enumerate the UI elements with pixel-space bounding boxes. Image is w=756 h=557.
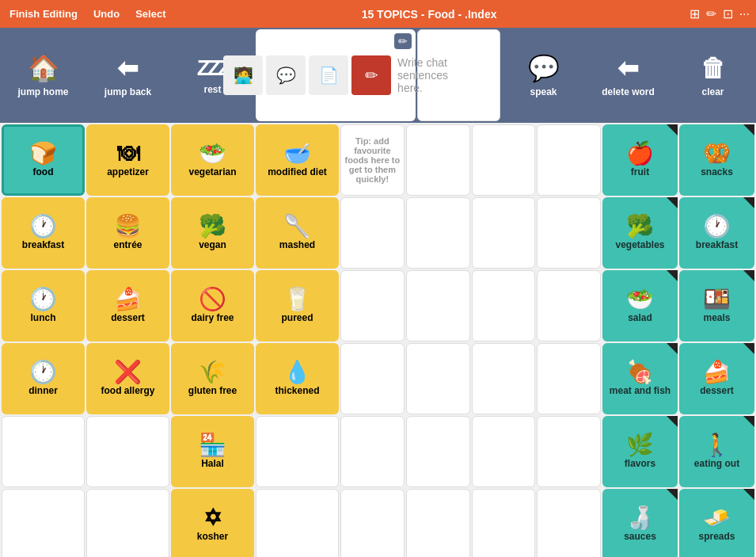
cell-food-allergy[interactable]: ❌ food allergy [86,343,169,414]
cell-mid-empty-4[interactable] [340,197,405,269]
breakfast-right-icon: 🕐 [703,216,731,238]
cell-mid-empty-25[interactable] [537,489,601,557]
cell-sauces[interactable]: 🍶 sauces [602,489,678,557]
table-icon[interactable]: ⊡ [723,6,733,21]
cell-thickened[interactable]: 💧 thickened [256,343,339,414]
cell-mashed[interactable]: 🥄 mashed [256,197,339,269]
chat-area[interactable]: ✏ 🧑‍💻 💬 📄 ✏ Write chat sentences here. [256,29,416,121]
jump-home-button[interactable]: 🏠 jump home [2,29,85,121]
cell-kosher[interactable]: ✡ kosher [171,489,254,557]
vegetables-icon: 🥦 [626,216,654,238]
meat-fish-icon: 🍖 [626,361,654,383]
cell-breakfast-right[interactable]: 🕐 breakfast [679,197,754,269]
cell-mid-empty-11[interactable] [537,270,601,341]
cell-flavors[interactable]: 🌿 flavors [602,416,678,487]
cell-vegetarian[interactable]: 🥗 vegetarian [171,124,254,196]
cell-dessert-right[interactable]: 🍰 dessert [679,343,754,414]
cell-mid-empty-6[interactable] [472,197,536,269]
speak-button[interactable]: 💬 speak [502,29,585,121]
cell-empty-3[interactable] [2,489,85,557]
thickened-icon: 💧 [283,361,311,383]
appetizer-icon: 🍽 [117,143,139,165]
clear-button[interactable]: 🗑 clear [671,29,754,121]
cell-salad[interactable]: 🥗 salad [602,270,678,341]
cell-mid-empty-16[interactable] [256,416,339,487]
food-icon: 🍞 [29,143,57,165]
cell-gluten-free[interactable]: 🌾 gluten free [171,343,254,414]
pureed-icon: 🥛 [283,288,311,311]
cell-dinner[interactable]: 🕐 dinner [2,343,85,414]
cell-vegan[interactable]: 🥦 vegan [171,197,254,269]
sauces-icon: 🍶 [626,507,654,529]
cell-empty-1[interactable] [2,416,85,487]
cell-dessert-left[interactable]: 🍰 dessert [86,270,169,341]
corner-marker [667,124,678,135]
cell-pureed[interactable]: 🥛 pureed [256,270,339,341]
flavors-icon: 🌿 [626,434,654,456]
cell-mid-empty-15[interactable] [537,343,601,414]
cell-mid-empty-21[interactable] [256,489,339,557]
vegan-icon: 🥦 [199,216,226,238]
cell-mid-empty-9[interactable] [406,270,470,341]
delete-word-button[interactable]: ⬅ delete word [587,29,670,121]
cell-mid-empty-24[interactable] [472,489,536,557]
dinner-icon: 🕐 [29,361,57,383]
jump-back-button[interactable]: ⬅ jump back [86,29,169,121]
spreads-icon: 🧈 [703,507,731,529]
eating-out-icon: 🚶 [703,434,731,456]
cell-modified-diet[interactable]: 🥣 modified diet [256,124,339,196]
grid-icon[interactable]: ⊞ [690,6,700,21]
cell-dairy-free[interactable]: 🚫 dairy free [171,270,254,341]
cell-mid-empty-23[interactable] [406,489,470,557]
corner-marker [743,489,754,500]
cell-mid-empty-17[interactable] [340,416,405,487]
chat-edit-icon[interactable]: ✏ [394,33,412,49]
corner-marker [743,416,754,427]
cell-empty-2[interactable] [86,416,169,487]
cell-mid-empty-2[interactable] [472,124,536,196]
toolbar-icons: ⊞ ✏ ⊡ ··· [690,6,750,21]
cell-mid-empty-12[interactable] [340,343,405,414]
pencil-icon[interactable]: ✏ [706,6,716,21]
cell-mid-empty-22[interactable] [340,489,405,557]
cell-appetizer[interactable]: 🍽 appetizer [86,124,169,196]
cell-food[interactable]: 🍞 food [2,124,85,196]
cell-mid-empty-3[interactable] [537,124,601,196]
action-bar: 🏠 jump home ⬅ jump back ZZZ rest ✏ 🧑‍💻 💬… [0,28,756,123]
main-grid: 🍞 food 🍽 appetizer 🥗 vegetarian 🕐 breakf… [0,123,756,557]
page-title: 15 TOPICS - Food - .Index [178,8,679,21]
cell-mid-empty-13[interactable] [406,343,470,414]
snacks-icon: 🥨 [703,143,731,165]
cell-fruit[interactable]: 🍎 fruit [602,124,678,196]
cell-eating-out[interactable]: 🚶 eating out [679,416,754,487]
cell-breakfast[interactable]: 🕐 breakfast [2,197,85,269]
cell-mid-empty-10[interactable] [472,270,536,341]
cell-mid-empty-7[interactable] [537,197,601,269]
cell-snacks[interactable]: 🥨 snacks [679,124,754,196]
cell-entree[interactable]: 🍔 entrée [86,197,169,269]
cell-vegetables[interactable]: 🥦 vegetables [602,197,678,269]
dairy-free-icon: 🚫 [199,288,226,311]
cell-meals[interactable]: 🍱 meals [679,270,754,341]
entree-icon: 🍔 [114,216,142,238]
cell-mid-empty-14[interactable] [472,343,536,414]
cell-mid-empty-8[interactable] [340,270,405,341]
meals-icon: 🍱 [703,288,731,311]
cell-mid-empty-1[interactable] [406,124,470,196]
corner-marker [667,343,678,354]
mashed-icon: 🥄 [283,216,311,238]
cell-mid-empty-20[interactable] [537,416,601,487]
cell-mid-empty-19[interactable] [472,416,536,487]
cell-mid-empty-5[interactable] [406,197,470,269]
cell-empty-4[interactable] [86,489,169,557]
cell-halal[interactable]: 🏪 Halal [171,416,254,487]
more-icon[interactable]: ··· [739,7,750,21]
finish-editing-button[interactable]: Finish Editing [6,6,81,21]
cell-meat-fish[interactable]: 🍖 meat and fish [602,343,678,414]
kosher-icon: ✡ [203,507,222,529]
undo-button[interactable]: Undo [90,6,123,21]
cell-lunch[interactable]: 🕐 lunch [2,270,85,341]
select-button[interactable]: Select [132,6,169,21]
cell-mid-empty-18[interactable] [406,416,470,487]
cell-spreads[interactable]: 🧈 spreads [679,489,754,557]
